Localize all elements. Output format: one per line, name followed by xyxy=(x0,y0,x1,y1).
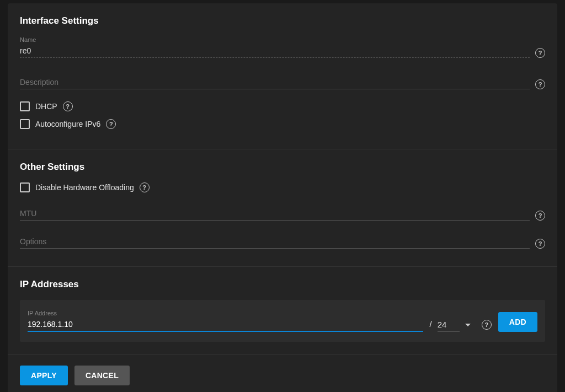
name-input xyxy=(20,44,530,58)
help-icon[interactable]: ? xyxy=(535,79,545,89)
section-title-interface: Interface Settings xyxy=(20,15,545,26)
mtu-input[interactable] xyxy=(20,207,530,221)
name-label: Name xyxy=(20,36,530,43)
description-input[interactable] xyxy=(20,76,530,89)
dhcp-label: DHCP xyxy=(35,102,57,111)
cancel-button[interactable]: Cancel xyxy=(74,366,130,385)
hwoff-label: Disable Hardware Offloading xyxy=(35,183,134,192)
help-icon[interactable]: ? xyxy=(63,101,73,111)
autoconf-checkbox-row: Autoconfigure IPv6 ? xyxy=(20,119,545,129)
dhcp-checkbox-row: DHCP ? xyxy=(20,101,545,111)
hwoff-checkbox-row: Disable Hardware Offloading ? xyxy=(20,182,545,192)
ip-addresses-section: IP Addresses IP Address / 24 ? Add xyxy=(8,267,557,354)
help-icon[interactable]: ? xyxy=(535,211,545,221)
cidr-slash: / xyxy=(430,319,432,331)
help-icon[interactable]: ? xyxy=(106,119,116,129)
help-icon[interactable]: ? xyxy=(140,182,150,192)
description-field-row: ? xyxy=(20,76,545,89)
add-button[interactable]: Add xyxy=(498,312,537,332)
mtu-field-row: ? xyxy=(20,207,545,221)
settings-panel: Interface Settings Name ? ? DHCP ? Autoc… xyxy=(8,3,557,392)
cidr-value: 24 xyxy=(438,318,460,332)
disable-hw-offloading-checkbox[interactable] xyxy=(20,182,30,192)
options-field-row: ? xyxy=(20,235,545,249)
apply-button[interactable]: Apply xyxy=(20,366,68,385)
help-icon[interactable]: ? xyxy=(535,48,545,58)
section-title-other: Other Settings xyxy=(20,162,545,173)
dhcp-checkbox[interactable] xyxy=(20,101,30,111)
interface-settings-section: Interface Settings Name ? ? DHCP ? Autoc… xyxy=(8,3,557,149)
footer-actions: Apply Cancel xyxy=(8,354,557,392)
cidr-select[interactable]: / 24 ? xyxy=(430,318,492,332)
ip-address-input[interactable] xyxy=(28,318,423,332)
name-field-row: Name ? xyxy=(20,36,545,58)
ip-address-label: IP Address xyxy=(28,310,423,316)
section-title-ip: IP Addresses xyxy=(20,279,545,290)
ip-address-card: IP Address / 24 ? Add xyxy=(20,300,545,342)
autoconf-ipv6-checkbox[interactable] xyxy=(20,119,30,129)
chevron-down-icon[interactable] xyxy=(465,324,471,326)
other-settings-section: Other Settings Disable Hardware Offloadi… xyxy=(8,149,557,267)
options-input[interactable] xyxy=(20,235,530,249)
help-icon[interactable]: ? xyxy=(482,320,492,330)
autoconf-label: Autoconfigure IPv6 xyxy=(35,120,100,128)
help-icon[interactable]: ? xyxy=(535,239,545,249)
